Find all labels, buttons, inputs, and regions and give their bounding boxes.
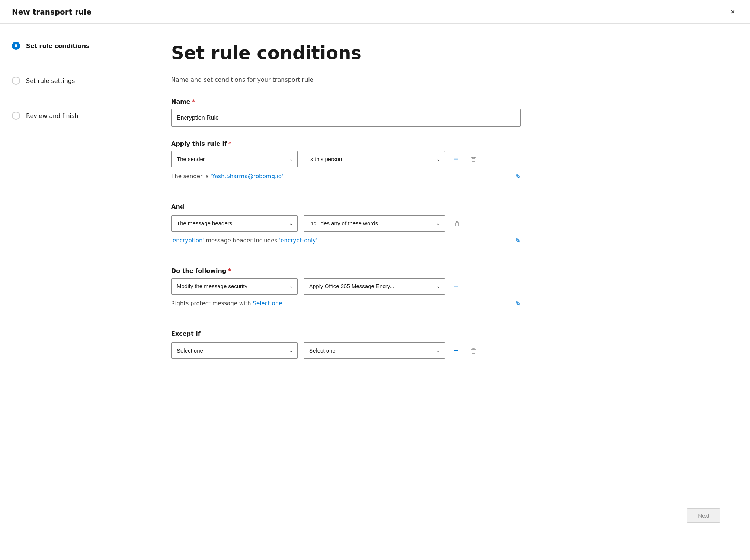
headers-dropdown[interactable]: The message headers... The subject The s… <box>171 215 298 232</box>
sender-dropdown[interactable]: The sender The recipient The subject The… <box>171 151 298 167</box>
except-dropdown-wrapper: Select one The sender The recipient ⌄ <box>171 342 298 359</box>
rights-protect-link[interactable]: Select one <box>253 300 282 307</box>
step-connector-3 <box>12 112 20 120</box>
svg-rect-2 <box>472 350 475 353</box>
condition-dropdown[interactable]: is this person is a member of domain is <box>304 151 445 167</box>
sender-email-link[interactable]: 'Yash.Sharma@robomq.io' <box>211 173 283 180</box>
title-bar: New transport rule × <box>0 0 750 24</box>
step-label-1: Set rule conditions <box>26 42 90 50</box>
and-row: The message headers... The subject The s… <box>171 215 720 232</box>
do-following-row: Modify the message security Redirect the… <box>171 278 720 295</box>
add-condition-button[interactable]: + <box>451 154 461 164</box>
headers-condition-dropdown[interactable]: includes any of these words contains mat… <box>304 215 445 232</box>
step-label-3: Review and finish <box>26 112 78 120</box>
sidebar: Set rule conditions Set rule settings Re… <box>0 24 141 560</box>
main-layout: Set rule conditions Set rule settings Re… <box>0 24 750 560</box>
trash-icon <box>470 156 477 162</box>
action-dropdown-wrapper: Modify the message security Redirect the… <box>171 278 298 295</box>
do-following-group: Do the following * Modify the message se… <box>171 267 720 308</box>
name-input[interactable] <box>171 109 521 127</box>
headers-dropdown-wrapper: The message headers... The subject The s… <box>171 215 298 232</box>
header-word-link[interactable]: 'encryption' <box>171 237 204 244</box>
window-title: New transport rule <box>12 7 92 16</box>
add-except-button[interactable]: + <box>451 345 461 356</box>
step-line-1 <box>16 51 16 76</box>
step-list: Set rule conditions Set rule settings Re… <box>12 42 129 120</box>
do-following-star: * <box>228 267 231 274</box>
except-if-row: Select one The sender The recipient ⌄ Se… <box>171 342 720 359</box>
except-if-label: Except if <box>171 330 720 337</box>
rights-protect-text: Rights protect message with Select one <box>171 300 282 307</box>
step-connector-2 <box>12 77 20 112</box>
action-dropdown[interactable]: Modify the message security Redirect the… <box>171 278 298 295</box>
step-circle-1 <box>12 42 20 50</box>
delete-except-button[interactable] <box>467 346 480 355</box>
divider-1 <box>171 194 521 194</box>
next-button[interactable]: Next <box>687 508 720 523</box>
sender-detail-text: The sender is 'Yash.Sharma@robomq.io' <box>171 173 283 180</box>
encrypt-only-link[interactable]: 'encrypt-only' <box>279 237 317 244</box>
step-item-set-rule-conditions: Set rule conditions <box>12 42 129 77</box>
add-action-button[interactable]: + <box>451 281 461 292</box>
step-line-2 <box>16 86 16 111</box>
except-condition-dropdown-wrapper: Select one is this person domain is ⌄ <box>304 342 445 359</box>
do-following-label: Do the following * <box>171 267 720 274</box>
step-item-set-rule-settings: Set rule settings <box>12 77 129 112</box>
step-item-review-and-finish: Review and finish <box>12 112 129 120</box>
except-if-group: Except if Select one The sender The reci… <box>171 330 720 359</box>
except-condition-dropdown[interactable]: Select one is this person domain is <box>304 342 445 359</box>
action-condition-dropdown-wrapper: Apply Office 365 Message Encry... Apply … <box>304 278 445 295</box>
page-heading: Set rule conditions <box>171 43 720 63</box>
header-detail-text: 'encryption' message header includes 'en… <box>171 237 317 244</box>
delete-condition-button[interactable] <box>467 154 480 164</box>
except-dropdown[interactable]: Select one The sender The recipient <box>171 342 298 359</box>
page-subtitle: Name and set conditions for your transpo… <box>171 76 720 83</box>
content-area: Set rule conditions Name and set conditi… <box>141 24 750 560</box>
step-connector-1 <box>12 42 20 77</box>
step-circle-2 <box>12 77 20 85</box>
header-detail-row: 'encryption' message header includes 'en… <box>171 237 521 245</box>
delete-and-condition-button[interactable] <box>451 219 464 228</box>
apply-rule-group: Apply this rule if * The sender The reci… <box>171 140 720 180</box>
step-label-2: Set rule settings <box>26 77 75 85</box>
condition-dropdown-wrapper: is this person is a member of domain is … <box>304 151 445 167</box>
sender-edit-icon[interactable]: ✎ <box>515 173 521 180</box>
close-button[interactable]: × <box>727 6 738 17</box>
name-label: Name * <box>171 98 720 105</box>
trash-icon-3 <box>470 347 477 354</box>
name-field-group: Name * <box>171 98 720 127</box>
svg-rect-1 <box>456 223 459 226</box>
and-label: And <box>171 203 720 210</box>
svg-rect-0 <box>472 158 475 162</box>
headers-condition-dropdown-wrapper: includes any of these words contains mat… <box>304 215 445 232</box>
apply-rule-label: Apply this rule if * <box>171 140 720 147</box>
header-edit-icon[interactable]: ✎ <box>515 237 521 245</box>
rights-protect-row: Rights protect message with Select one ✎ <box>171 300 521 308</box>
divider-2 <box>171 258 521 258</box>
step-circle-3 <box>12 112 20 120</box>
and-group: And The message headers... The subject T… <box>171 203 720 245</box>
divider-3 <box>171 321 521 321</box>
sender-detail-row: The sender is 'Yash.Sharma@robomq.io' ✎ <box>171 173 521 180</box>
rights-protect-edit-icon[interactable]: ✎ <box>515 300 521 308</box>
trash-icon-2 <box>454 220 461 227</box>
name-required-star: * <box>192 98 195 105</box>
apply-rule-row: The sender The recipient The subject The… <box>171 151 720 167</box>
apply-rule-star: * <box>228 140 231 147</box>
action-condition-dropdown[interactable]: Apply Office 365 Message Encry... Apply … <box>304 278 445 295</box>
sender-dropdown-wrapper: The sender The recipient The subject The… <box>171 151 298 167</box>
